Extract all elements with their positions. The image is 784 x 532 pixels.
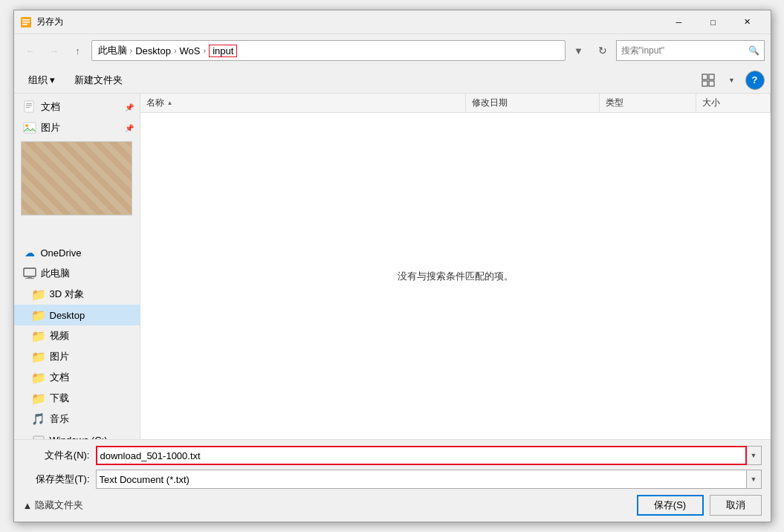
folder-3d-icon: 📁: [32, 288, 45, 301]
sidebar-item-3d[interactable]: 📁 3D 对象: [14, 284, 140, 305]
titlebar-title: 另存为: [36, 16, 662, 28]
sidebar-item-video[interactable]: 📁 视频: [14, 325, 140, 346]
up-button[interactable]: ↑: [68, 40, 88, 61]
filelist-body: 没有与搜索条件匹配的项。: [140, 113, 771, 439]
col-header-date[interactable]: 修改日期: [466, 94, 600, 112]
sidebar-item-docs[interactable]: 文档 📌: [14, 97, 140, 117]
view-button[interactable]: [698, 71, 719, 90]
svg-rect-11: [26, 107, 30, 108]
sidebar-downloads-label: 下载: [50, 392, 69, 405]
sidebar-onedrive-label: OneDrive: [41, 247, 82, 259]
svg-rect-14: [24, 268, 36, 276]
filename-dropdown-button[interactable]: ▼: [747, 446, 762, 465]
breadcrumb-sep-1: ›: [130, 46, 133, 55]
sidebar-docs-label: 文档: [41, 100, 60, 114]
sidebar-item-pc[interactable]: 此电脑: [14, 263, 140, 284]
main-content: 文档 📌 图片 📌 ☁: [14, 94, 771, 439]
help-button[interactable]: ?: [745, 71, 765, 90]
dropdown-arrow-button[interactable]: ▼: [568, 40, 589, 61]
sidebar-thumbnail: [21, 141, 132, 215]
organize-button[interactable]: 组织 ▾: [20, 71, 64, 90]
savetype-input-wrap: [96, 470, 747, 489]
svg-rect-7: [709, 81, 714, 86]
sidebar-pictures-label: 图片: [50, 350, 69, 363]
folder-documents-icon: 📁: [32, 371, 45, 384]
titlebar-controls: ─ □ ✕: [662, 10, 765, 34]
save-label: 保存(S): [654, 499, 686, 512]
sidebar-desktop-label: Desktop: [50, 310, 85, 321]
cancel-label: 取消: [726, 499, 745, 512]
sidebar: 文档 📌 图片 📌 ☁: [14, 94, 140, 439]
search-input[interactable]: [621, 45, 745, 56]
savetype-input[interactable]: [100, 474, 743, 485]
savetype-dropdown-button[interactable]: ▼: [747, 470, 762, 489]
folder-desktop-icon: 📁: [32, 308, 45, 322]
pin-icon-pics: 📌: [125, 124, 134, 132]
sidebar-section-header-cloud: [14, 221, 140, 242]
svg-rect-5: [709, 74, 714, 80]
svg-rect-6: [702, 81, 707, 86]
docs-icon: [23, 100, 36, 114]
cancel-button[interactable]: 取消: [710, 495, 762, 516]
sidebar-item-pictures[interactable]: 📁 图片: [14, 346, 140, 367]
minimize-button[interactable]: ─: [662, 10, 696, 34]
svg-rect-9: [26, 103, 32, 104]
savetype-label: 保存类型(T):: [23, 473, 90, 486]
sidebar-pc-label: 此电脑: [41, 267, 70, 280]
view-dropdown-button[interactable]: ▼: [722, 71, 742, 90]
search-bar: 🔍: [616, 40, 765, 61]
svg-rect-4: [702, 74, 707, 80]
svg-rect-16: [25, 278, 34, 279]
sidebar-pics-label: 图片: [41, 121, 60, 134]
sidebar-item-documents[interactable]: 📁 文档: [14, 367, 140, 388]
breadcrumb-sep-3: ›: [203, 46, 206, 55]
sidebar-music-label: 音乐: [50, 412, 69, 426]
onedrive-icon: ☁: [23, 246, 36, 259]
sidebar-item-desktop[interactable]: 📁 Desktop: [14, 305, 140, 325]
sidebar-item-drive-c[interactable]: Windows (C:): [14, 429, 140, 439]
music-icon: 🎵: [32, 412, 45, 426]
drive-c-icon: [32, 433, 45, 439]
close-button[interactable]: ✕: [730, 10, 765, 34]
pc-icon: [23, 267, 36, 280]
refresh-button[interactable]: ↻: [592, 40, 613, 61]
svg-rect-10: [26, 106, 32, 106]
sidebar-documents-label: 文档: [50, 371, 69, 384]
sidebar-item-pics[interactable]: 图片 📌: [14, 117, 140, 138]
sidebar-video-label: 视频: [50, 329, 69, 343]
col-header-name[interactable]: 名称 ▲: [140, 94, 466, 112]
maximize-button[interactable]: □: [696, 10, 730, 34]
toolbar: 组织 ▾ 新建文件夹 ▼ ?: [14, 67, 771, 94]
breadcrumb-item-2[interactable]: Desktop: [135, 45, 171, 56]
pin-icon-docs: 📌: [125, 103, 134, 111]
new-folder-button[interactable]: 新建文件夹: [66, 71, 131, 90]
col-header-type[interactable]: 类型: [600, 94, 696, 112]
svg-rect-8: [25, 101, 33, 112]
view-icon: [702, 74, 715, 87]
filename-row: 文件名(N): ▼: [23, 446, 762, 465]
svg-rect-15: [27, 276, 32, 278]
hide-folders-button[interactable]: ▲ 隐藏文件夹: [23, 499, 84, 512]
folder-downloads-icon: 📁: [32, 392, 45, 405]
save-button[interactable]: 保存(S): [637, 495, 704, 516]
filename-input-wrap: [96, 446, 747, 465]
addressbar: ← → ↑ 此电脑 › Desktop › WoS › input ▼ ↻ 🔍: [14, 34, 771, 67]
action-row: ▲ 隐藏文件夹 保存(S) 取消: [23, 495, 762, 516]
breadcrumb-sep-2: ›: [174, 46, 177, 55]
breadcrumb-current[interactable]: input: [209, 45, 237, 57]
sidebar-item-onedrive[interactable]: ☁ OneDrive: [14, 242, 140, 263]
breadcrumb-item-3[interactable]: WoS: [180, 45, 201, 56]
back-button[interactable]: ←: [20, 40, 41, 61]
sidebar-item-downloads[interactable]: 📁 下载: [14, 388, 140, 409]
filename-label: 文件名(N):: [23, 449, 90, 462]
svg-point-13: [25, 124, 28, 127]
titlebar: 另存为 ─ □ ✕: [14, 10, 771, 34]
breadcrumb-item-1[interactable]: 此电脑: [98, 44, 127, 57]
thumbnail-overlay: [22, 142, 132, 215]
sidebar-item-music[interactable]: 🎵 音乐: [14, 409, 140, 429]
svg-rect-3: [22, 24, 27, 25]
hide-folders-label: 隐藏文件夹: [35, 499, 83, 512]
forward-button[interactable]: →: [44, 40, 65, 61]
filename-input[interactable]: [100, 450, 742, 461]
col-header-size[interactable]: 大小: [696, 94, 771, 112]
